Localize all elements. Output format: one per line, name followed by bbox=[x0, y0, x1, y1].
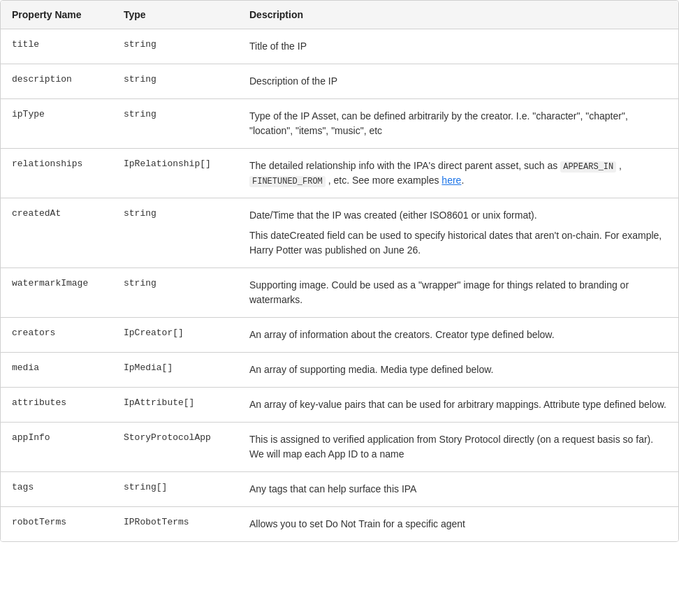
property-name-cell: title bbox=[1, 29, 112, 64]
property-name-cell: createdAt bbox=[1, 198, 112, 268]
table-row: tagsstring[]Any tags that can help surfa… bbox=[1, 472, 678, 507]
table-header-row: Property Name Type Description bbox=[1, 1, 678, 29]
property-type-cell: IPRobotTerms bbox=[112, 507, 238, 542]
property-description-cell: Type of the IP Asset, can be defined arb… bbox=[238, 99, 678, 149]
property-name-cell: creators bbox=[1, 318, 112, 353]
property-description-cell: An array of information about the creato… bbox=[238, 318, 678, 353]
description-link[interactable]: here bbox=[441, 175, 461, 186]
property-type-cell: string bbox=[112, 99, 238, 149]
property-table: Property Name Type Description titlestri… bbox=[0, 0, 679, 542]
property-description-cell: The detailed relationship info with the … bbox=[238, 149, 678, 198]
table-row: attributesIpAttribute[]An array of key-v… bbox=[1, 388, 678, 423]
property-description-cell: Title of the IP bbox=[238, 29, 678, 64]
property-description-cell: Allows you to set Do Not Train for a spe… bbox=[238, 507, 678, 542]
property-type-cell: string bbox=[112, 29, 238, 64]
property-name-cell: watermarkImage bbox=[1, 268, 112, 318]
table-row: creatorsIpCreator[]An array of informati… bbox=[1, 318, 678, 353]
property-name-cell: tags bbox=[1, 472, 112, 507]
property-type-cell: IpAttribute[] bbox=[112, 388, 238, 423]
column-header-name: Property Name bbox=[1, 1, 112, 29]
table-row: mediaIpMedia[]An array of supporting med… bbox=[1, 353, 678, 388]
property-name-cell: media bbox=[1, 353, 112, 388]
table-row: ipTypestringType of the IP Asset, can be… bbox=[1, 99, 678, 149]
table-row: watermarkImagestringSupporting image. Co… bbox=[1, 268, 678, 318]
table-row: createdAtstringDate/Time that the IP was… bbox=[1, 198, 678, 268]
property-description-cell: Description of the IP bbox=[238, 64, 678, 99]
property-name-cell: attributes bbox=[1, 388, 112, 423]
property-type-cell: string bbox=[112, 64, 238, 99]
property-description-cell: Any tags that can help surface this IPA bbox=[238, 472, 678, 507]
property-description-cell: An array of key-value pairs that can be … bbox=[238, 388, 678, 423]
property-name-cell: relationships bbox=[1, 149, 112, 198]
property-type-cell: string bbox=[112, 198, 238, 268]
property-description-cell: Date/Time that the IP was created (eithe… bbox=[238, 198, 678, 268]
property-name-cell: ipType bbox=[1, 99, 112, 149]
property-type-cell: string[] bbox=[112, 472, 238, 507]
property-name-cell: description bbox=[1, 64, 112, 99]
property-name-cell: robotTerms bbox=[1, 507, 112, 542]
column-header-type: Type bbox=[112, 1, 238, 29]
table-row: appInfoStoryProtocolAppThis is assigned … bbox=[1, 423, 678, 472]
property-description-cell: This is assigned to verified application… bbox=[238, 423, 678, 472]
table-row: titlestringTitle of the IP bbox=[1, 29, 678, 64]
property-type-cell: string bbox=[112, 268, 238, 318]
property-type-cell: IpMedia[] bbox=[112, 353, 238, 388]
column-header-description: Description bbox=[238, 1, 678, 29]
property-description-cell: An array of supporting media. Media type… bbox=[238, 353, 678, 388]
table-row: robotTermsIPRobotTermsAllows you to set … bbox=[1, 507, 678, 542]
property-type-cell: IpCreator[] bbox=[112, 318, 238, 353]
property-type-cell: StoryProtocolApp bbox=[112, 423, 238, 472]
table-row: relationshipsIpRelationship[]The detaile… bbox=[1, 149, 678, 198]
table-row: descriptionstringDescription of the IP bbox=[1, 64, 678, 99]
property-name-cell: appInfo bbox=[1, 423, 112, 472]
property-type-cell: IpRelationship[] bbox=[112, 149, 238, 198]
property-description-cell: Supporting image. Could be used as a "wr… bbox=[238, 268, 678, 318]
